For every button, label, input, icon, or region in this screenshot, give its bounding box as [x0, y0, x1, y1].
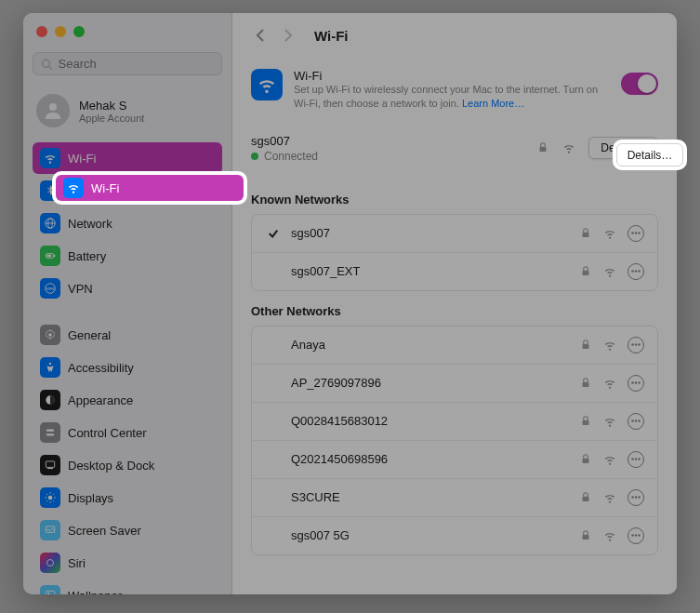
system-settings-window: Mehak S Apple Account Wi-Fi Bluetooth Ne…: [23, 13, 677, 594]
network-name: sgs007 5G: [291, 528, 570, 542]
wifi-signal-icon: [603, 227, 616, 240]
wifi-signal-icon: [562, 141, 575, 154]
sidebar-item-label: General: [68, 328, 111, 342]
svg-line-24: [53, 500, 54, 501]
maximize-button[interactable]: [73, 26, 85, 37]
network-row[interactable]: S3CURE: [252, 479, 657, 517]
more-options-button[interactable]: [627, 375, 644, 392]
back-button[interactable]: [251, 26, 270, 45]
gear-icon: [40, 325, 60, 345]
sidebar-item-appearance[interactable]: Appearance: [33, 384, 222, 416]
known-networks-list: sgs007 sgs007_EXT: [251, 214, 658, 291]
displays-icon: [40, 487, 60, 508]
sidebar-item-label: Desktop & Dock: [68, 459, 154, 473]
sidebar-item-accessibility[interactable]: Accessibility: [33, 352, 222, 383]
page-title: Wi-Fi: [314, 28, 349, 44]
current-network-status: Connected: [251, 150, 536, 163]
current-network-row: sgs007 Connected Details…: [251, 128, 658, 180]
sidebar-item-wifi[interactable]: Wi-Fi: [33, 142, 222, 174]
svg-rect-36: [583, 271, 589, 275]
sidebar-item-siri[interactable]: Siri: [33, 547, 222, 579]
forward-button[interactable]: [279, 26, 297, 45]
sidebar-item-control-center[interactable]: Control Center: [33, 417, 222, 448]
wifi-icon: [40, 148, 60, 168]
svg-rect-40: [583, 344, 589, 349]
more-options-button[interactable]: [627, 451, 644, 468]
svg-rect-17: [47, 468, 53, 469]
wifi-toggle[interactable]: [621, 73, 658, 95]
sidebar-item-label: Appearance: [68, 393, 133, 407]
content-header: Wi-Fi: [232, 13, 677, 54]
sidebar: Mehak S Apple Account Wi-Fi Bluetooth Ne…: [23, 13, 232, 594]
more-options-button[interactable]: [627, 263, 644, 280]
wifi-signal-icon: [603, 529, 616, 542]
network-row[interactable]: Anaya: [252, 326, 657, 365]
svg-point-61: [631, 535, 633, 537]
more-options-button[interactable]: [627, 489, 644, 506]
highlight-sidebar-wifi: Wi-Fi: [56, 175, 244, 201]
search-field[interactable]: [33, 52, 222, 75]
sidebar-item-desktop-dock[interactable]: Desktop & Dock: [33, 449, 222, 481]
network-row[interactable]: Q2021450698596: [252, 441, 657, 479]
network-name: AP_2769097896: [291, 376, 570, 390]
more-options-button[interactable]: [627, 337, 644, 353]
minimize-button[interactable]: [55, 26, 66, 37]
sidebar-item-label: Network: [68, 217, 112, 231]
close-button[interactable]: [36, 26, 47, 37]
appearance-icon: [40, 390, 60, 410]
sidebar-item-screen-saver[interactable]: Screen Saver: [33, 514, 222, 546]
sidebar-item-vpn[interactable]: VPN VPN: [33, 273, 222, 304]
svg-point-53: [631, 459, 633, 460]
network-name: Q0028415683012: [291, 414, 570, 428]
sidebar-item-label: Wallpaper: [68, 589, 122, 595]
network-row[interactable]: sgs007: [252, 215, 657, 253]
learn-more-link[interactable]: Learn More…: [462, 98, 524, 109]
svg-rect-60: [583, 535, 589, 540]
avatar: [36, 94, 70, 127]
sidebar-item-label: Control Center: [68, 426, 147, 440]
other-networks-heading: Other Networks: [251, 291, 658, 326]
other-networks-list: Anaya AP_2769097896 Q0028415683012 Q2021…: [251, 326, 658, 555]
highlight-details-button: Details…: [616, 143, 683, 167]
sidebar-item-battery[interactable]: Battery: [33, 240, 222, 272]
sidebar-item-displays[interactable]: Displays: [33, 482, 222, 513]
wifi-card-title: Wi-Fi: [294, 69, 610, 83]
svg-point-30: [47, 593, 49, 594]
network-row[interactable]: sgs007 5G: [252, 517, 657, 554]
svg-point-38: [635, 271, 637, 273]
more-options-button[interactable]: [627, 225, 644, 242]
window-controls: [33, 22, 222, 47]
search-input[interactable]: [59, 57, 214, 71]
wallpaper-icon: [40, 585, 60, 594]
svg-point-43: [638, 344, 640, 346]
network-row[interactable]: Q0028415683012: [252, 403, 657, 441]
svg-point-0: [43, 60, 50, 67]
network-row[interactable]: AP_2769097896: [252, 365, 657, 403]
svg-text:VPN: VPN: [46, 287, 54, 291]
checkmark-icon: [265, 228, 282, 239]
more-options-button[interactable]: [627, 527, 644, 544]
svg-line-26: [53, 494, 54, 495]
account-row[interactable]: Mehak S Apple Account: [33, 88, 222, 137]
svg-rect-52: [583, 459, 589, 463]
wifi-signal-icon: [603, 415, 616, 428]
sidebar-item-label: Displays: [68, 491, 113, 505]
svg-point-59: [638, 497, 640, 499]
svg-line-25: [46, 500, 47, 501]
sidebar-item-wallpaper[interactable]: Wallpaper: [33, 580, 222, 594]
desktop-dock-icon: [40, 455, 60, 475]
sidebar-item-general[interactable]: General: [33, 319, 222, 351]
network-name: sgs007_EXT: [291, 264, 570, 278]
svg-point-62: [635, 535, 637, 537]
svg-point-54: [635, 459, 637, 460]
more-options-button[interactable]: [627, 413, 644, 430]
sidebar-item-network[interactable]: Network: [33, 207, 222, 239]
svg-point-47: [638, 382, 640, 384]
svg-point-18: [48, 496, 53, 500]
svg-point-49: [631, 420, 633, 422]
network-row[interactable]: sgs007_EXT: [252, 253, 657, 290]
svg-line-1: [49, 66, 52, 69]
svg-rect-16: [46, 461, 54, 467]
sidebar-nav: Wi-Fi Bluetooth Network Battery VPN VPN: [33, 142, 222, 594]
svg-point-46: [635, 382, 637, 384]
